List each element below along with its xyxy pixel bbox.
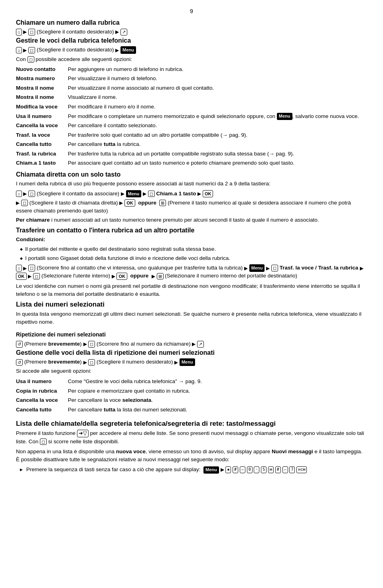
gestione-lista-intro: Si accede alle seguenti opzioni: [16, 367, 367, 375]
chiamata-diretta-intro: I numeri della rubrica di uso più freque… [16, 180, 367, 188]
feature-row-usa-numero: Usa il numero Per modificare o completar… [16, 112, 367, 121]
trasferire-step: ⌂ ▶ ◻ (Scorrere fino al contatto che vi … [16, 264, 367, 280]
gestione-row-usa: Usa il numero Come "Gestire le voci dell… [16, 377, 367, 386]
page-number: 9 [16, 8, 367, 14]
lista-step-1: Premere la sequenza di tasti senza far c… [20, 466, 367, 474]
lista-chiamate-desc1: Premere il tasto funzione ➜▽ per acceder… [16, 429, 367, 446]
gestione-row-copia: Copia in rubrica Per copiare e memorizza… [16, 386, 367, 396]
feature-label: Chiam.a 1 tasto [16, 158, 68, 168]
gestione-label: Copia in rubrica [16, 386, 68, 396]
feature-desc: Per aggiungere un numero di telefono in … [68, 65, 367, 74]
feature-desc: Per trasferire solo quel contatto ad un … [68, 130, 367, 140]
gestione-label: Cancella tutto [16, 405, 68, 415]
feature-desc: Per associare quel contatto ad un tasto … [68, 158, 367, 168]
feature-label: Modifica la voce [16, 102, 68, 112]
trasferire-conditions-list: Il portatile del mittente e quello del d… [16, 245, 367, 262]
condition-1: Il portatile del mittente e quello del d… [20, 245, 367, 253]
section-title-lista-chiamate: Lista delle chiamate/della segreteria te… [16, 420, 367, 428]
gestire-con: Con ◻ possibile accedere alle seguenti o… [16, 55, 367, 63]
feature-label: Trasf. la rubrica [16, 149, 68, 159]
feature-desc: Per cancellare tutta la rubrica. [68, 140, 367, 149]
feature-desc: Per modificare il numero e/o il nome. [68, 102, 367, 112]
lista-chiamate-desc2: Non appena in una lista è disponibile un… [16, 448, 367, 464]
condition-2: I portatili sono Gigaset dotati della fu… [20, 254, 367, 262]
feature-row-cancella-tutto: Cancella tutto Per cancellare tutta la r… [16, 140, 367, 149]
section-title-gestire: Gestire le voci della rubrica telefonica [16, 37, 367, 44]
gestione-row-cancella-tutto: Cancella tutto Per cancellare tutta la l… [16, 405, 367, 415]
gestione-desc: Come "Gestire le voci della rubrica tele… [68, 377, 367, 386]
feature-label: Nuovo contatto [16, 65, 68, 74]
lista-chiamate-steps: Premere la sequenza di tasti senza far c… [16, 466, 367, 474]
section-title-chiamare: Chiamare un numero dalla rubrica [16, 19, 367, 26]
section-title-chiamata-diretta: Chiamata diretta con un solo tasto [16, 171, 367, 178]
gestione-desc: Per copiare e memorizzare quel contatto … [68, 386, 367, 396]
gestione-label: Cancella la voce [16, 395, 68, 405]
chiamata-diretta-step2: ▶ ◻ (Scegliere il tasto di chiamata dire… [16, 199, 367, 215]
section-title-gestione-lista: Gestione delle voci della lista di ripet… [16, 349, 367, 356]
feature-desc: Per cancellare il contatto selezionato. [68, 121, 367, 130]
feature-label: Usa il numero [16, 112, 68, 121]
feature-row-cancella-voce: Cancella la voce Per cancellare il conta… [16, 121, 367, 130]
trasferire-condizioni-label: Condizioni: [16, 236, 367, 244]
section-title-ripetizione: Ripetizione dei numeri selezionati [16, 330, 367, 338]
trasferire-note: Le voci identiche con numeri o nomi già … [16, 282, 367, 299]
chiamata-diretta-per-chiamare: Per chiamare i numeri associati ad un ta… [16, 216, 367, 224]
section-title-trasferire: Trasferire un contatto o l'intera rubric… [16, 227, 367, 234]
feature-desc: Visualizzare il nome. [68, 92, 367, 102]
feature-row-mostra-numero: Mostra numero Per visualizzare il numero… [16, 74, 367, 83]
section-title-lista-numeri: Lista dei numeri selezionati [16, 301, 367, 309]
feature-desc: Per modificare o completare un numero me… [68, 112, 367, 121]
chiamata-diretta-step1: ⌂ ▶ ◻ (Scegliere il contatto da associar… [16, 190, 367, 198]
gestione-label: Usa il numero [16, 377, 68, 386]
gestione-lista-step: ↺ (Premere brevememte) ▶ ◻ (Scegliere il… [16, 358, 367, 366]
feature-desc: Per trasferire tutta la rubrica ad un po… [68, 149, 367, 159]
feature-row-nuovo-contatto: Nuovo contatto Per aggiungere un numero … [16, 65, 367, 74]
gestione-lista-table: Usa il numero Come "Gestire le voci dell… [16, 377, 367, 414]
feature-desc: Per visualizzare il nome associato al nu… [68, 83, 367, 93]
ripetizione-step: ↺ (Premere brevememte) ▶ ◻ (Scorrere fin… [16, 340, 367, 348]
gestione-desc: Per cancellare la voce selezionata. [68, 395, 367, 405]
chiamare-intro: ⌂ ▶ ◻ (Scegliere il contatto desiderato)… [16, 28, 367, 36]
feature-row-mostra-nome2: Mostra il nome Visualizzare il nome. [16, 92, 367, 102]
feature-label: Mostra il nome [16, 83, 68, 93]
feature-label: Cancella la voce [16, 121, 68, 130]
feature-label: Mostra numero [16, 74, 68, 83]
gestione-row-cancella-voce: Cancella la voce Per cancellare la voce … [16, 395, 367, 405]
feature-label: Trasf. la voce [16, 130, 68, 140]
feature-row-chiam-tasto: Chiam.a 1 tasto Per associare quel conta… [16, 158, 367, 168]
lista-numeri-desc: In questa lista vengono memorizzati gli … [16, 310, 367, 326]
feature-row-modifica: Modifica la voce Per modificare il numer… [16, 102, 367, 112]
feature-row-trasf-voce: Trasf. la voce Per trasferire solo quel … [16, 130, 367, 140]
gestire-features-table: Nuovo contatto Per aggiungere un numero … [16, 65, 367, 168]
gestire-intro: ⌂ ▶ ◻ (Scegliere il contatto desiderato)… [16, 46, 367, 54]
gestione-desc: Per cancellare tutta la lista dei numeri… [68, 405, 367, 415]
feature-row-trasf-rubrica: Trasf. la rubrica Per trasferire tutta l… [16, 149, 367, 159]
feature-row-mostra-nome1: Mostra il nome Per visualizzare il nome … [16, 83, 367, 93]
feature-label: Cancella tutto [16, 140, 68, 149]
feature-desc: Per visualizzare il numero di telefono. [68, 74, 367, 83]
feature-label: Mostra il nome [16, 92, 68, 102]
